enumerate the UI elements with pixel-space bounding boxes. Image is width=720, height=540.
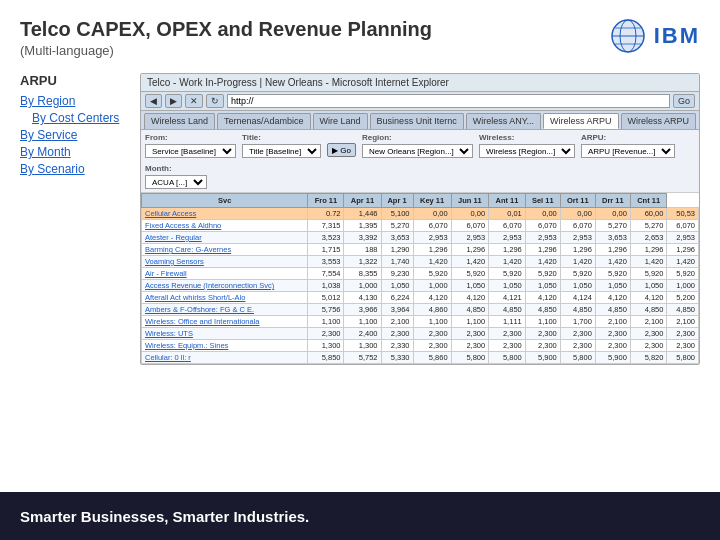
row-label[interactable]: Air - Firewall: [142, 268, 308, 280]
cell-value: 1,420: [525, 256, 560, 268]
cell-value: 188: [344, 244, 381, 256]
data-table: Svc Fro 11 Apr 11 Apr 1 Key 11 Jun 11 An…: [141, 193, 699, 364]
table-row: Voaming Sensors3,5531,3221,7401,4201,420…: [142, 256, 699, 268]
tab-wire-land[interactable]: Wire Land: [313, 113, 368, 129]
cell-value: 4,130: [344, 292, 381, 304]
row-label[interactable]: Voaming Sensors: [142, 256, 308, 268]
cell-value: 1,420: [667, 256, 699, 268]
tab-ternenas[interactable]: Ternenas/Adambice: [217, 113, 311, 129]
cell-value: 5,860: [413, 352, 451, 364]
browser-toolbar: ◀ ▶ ✕ ↻ Go: [141, 92, 699, 111]
cell-value: 5,820: [630, 352, 667, 364]
wireless-control: Wireless: Wireless [Region...]: [479, 133, 575, 158]
row-label[interactable]: Afterall Act whirlss Short/L-Alo: [142, 292, 308, 304]
cell-value: 0,00: [451, 208, 489, 220]
from-control: From: Service [Baseline]: [145, 133, 236, 158]
row-label[interactable]: Wireless: Equipm.: Sines: [142, 340, 308, 352]
row-label[interactable]: Wireless: UTS: [142, 328, 308, 340]
region-label: Region:: [362, 133, 473, 142]
cell-value: 2,300: [451, 340, 489, 352]
sidebar-item-by-cost-centers[interactable]: By Cost Centers: [20, 111, 120, 125]
cell-value: 2,400: [344, 328, 381, 340]
cell-value: 5,850: [308, 352, 344, 364]
cell-value: 1,420: [451, 256, 489, 268]
row-label[interactable]: Fixed Access & Aldhno: [142, 220, 308, 232]
cell-value: 1,420: [595, 256, 630, 268]
refresh-button[interactable]: ↻: [206, 94, 224, 108]
cell-value: 0,01: [489, 208, 526, 220]
region-select[interactable]: New Orleans [Region...]: [362, 144, 473, 158]
row-label[interactable]: Ambers & F-Offshore: FG & C E.: [142, 304, 308, 316]
tab-wireless-any[interactable]: Wireless ANY...: [466, 113, 541, 129]
tab-wireless-land[interactable]: Wireless Land: [144, 113, 215, 129]
sidebar-item-by-scenario[interactable]: By Scenario: [20, 162, 120, 176]
cell-value: 4,120: [525, 292, 560, 304]
cell-value: 1,300: [344, 340, 381, 352]
table-row: Access Revenue (Interconnection Svc)1,03…: [142, 280, 699, 292]
row-label[interactable]: Cellular: 0 ll: r: [142, 352, 308, 364]
cell-value: 5,270: [595, 220, 630, 232]
arpu-select[interactable]: ARPU [Revenue...]: [581, 144, 675, 158]
cell-value: 2,300: [413, 328, 451, 340]
wireless-label: Wireless:: [479, 133, 575, 142]
cell-value: 1,000: [667, 280, 699, 292]
forward-button[interactable]: ▶: [165, 94, 182, 108]
sidebar-item-by-month[interactable]: By Month: [20, 145, 120, 159]
browser-tabs: Wireless Land Ternenas/Adambice Wire Lan…: [141, 111, 699, 130]
cell-value: 5,900: [595, 352, 630, 364]
cell-value: 1,296: [489, 244, 526, 256]
row-label[interactable]: Cellular Access: [142, 208, 308, 220]
stop-button[interactable]: ✕: [185, 94, 203, 108]
cell-value: 1,050: [595, 280, 630, 292]
cell-value: 5,756: [308, 304, 344, 316]
from-select[interactable]: Service [Baseline]: [145, 144, 236, 158]
sidebar-item-by-service[interactable]: By Service: [20, 128, 120, 142]
cell-value: 1,000: [413, 280, 451, 292]
cell-value: 1,290: [381, 244, 413, 256]
cell-value: 4,121: [489, 292, 526, 304]
table-row: Wireless: Office and Internationala1,100…: [142, 316, 699, 328]
col-apr1: Apr 1: [381, 194, 413, 208]
ibm-globe-icon: [610, 18, 646, 54]
cell-value: 2,953: [560, 232, 595, 244]
tab-business-unit[interactable]: Business Unit Iternc: [370, 113, 464, 129]
cell-value: 5,800: [667, 352, 699, 364]
cell-value: 2,300: [595, 340, 630, 352]
month-select[interactable]: ACUA [...]: [145, 175, 207, 189]
apply-button[interactable]: ▶ Go: [327, 143, 356, 157]
cell-value: 2,300: [630, 328, 667, 340]
back-button[interactable]: ◀: [145, 94, 162, 108]
cell-value: 3,553: [308, 256, 344, 268]
row-label[interactable]: Atester - Regular: [142, 232, 308, 244]
cell-value: 5,920: [667, 268, 699, 280]
cell-value: 2,300: [525, 340, 560, 352]
sidebar-item-by-region[interactable]: By Region: [20, 94, 120, 108]
cell-value: 7,554: [308, 268, 344, 280]
cell-value: 1,296: [451, 244, 489, 256]
cell-value: 1,100: [451, 316, 489, 328]
table-row: Barming Care: G-Avernes1,7151881,2901,29…: [142, 244, 699, 256]
cell-value: 60,00: [630, 208, 667, 220]
cell-value: 1,420: [630, 256, 667, 268]
cell-value: 4,850: [489, 304, 526, 316]
tab-wireless-arpu[interactable]: Wireless ARPU: [543, 113, 619, 129]
row-label[interactable]: Wireless: Office and Internationala: [142, 316, 308, 328]
go-button[interactable]: Go: [673, 94, 695, 108]
table-row: Afterall Act whirlss Short/L-Alo5,0124,1…: [142, 292, 699, 304]
cell-value: 8,355: [344, 268, 381, 280]
address-bar[interactable]: [227, 94, 670, 108]
col-cnt11: Cnt 11: [630, 194, 667, 208]
cell-value: 4,850: [630, 304, 667, 316]
wireless-select[interactable]: Wireless [Region...]: [479, 144, 575, 158]
cell-value: 2,330: [381, 340, 413, 352]
page-header: Telco CAPEX, OPEX and Revenue Planning (…: [0, 0, 720, 68]
title-select[interactable]: Title [Baseline]: [242, 144, 321, 158]
tab-wireless-arpu2[interactable]: Wireless ARPU: [621, 113, 697, 129]
table-header: Svc Fro 11 Apr 11 Apr 1 Key 11 Jun 11 An…: [142, 194, 699, 208]
cell-value: 5,270: [381, 220, 413, 232]
cell-value: 6,070: [525, 220, 560, 232]
row-label[interactable]: Barming Care: G-Avernes: [142, 244, 308, 256]
row-label[interactable]: Access Revenue (Interconnection Svc): [142, 280, 308, 292]
cell-value: 1,420: [413, 256, 451, 268]
cell-value: 0.72: [308, 208, 344, 220]
